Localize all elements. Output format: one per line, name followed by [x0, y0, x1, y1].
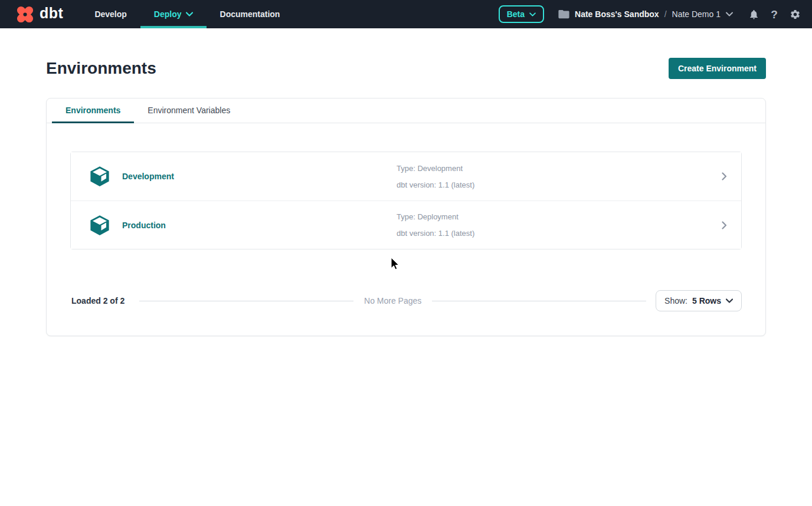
pager-divider [139, 301, 353, 301]
main-nav: Develop Deploy Documentation [81, 0, 293, 28]
environment-name: Development [122, 172, 174, 181]
environment-version: dbt version: 1.1 (latest) [397, 180, 722, 189]
chevron-down-icon [529, 12, 536, 17]
beta-label: Beta [507, 9, 525, 19]
nav-deploy[interactable]: Deploy [140, 0, 207, 28]
environment-meta: Type: Deployment dbt version: 1.1 (lates… [397, 212, 722, 238]
help-button[interactable]: ? [768, 8, 781, 21]
environment-row-production[interactable]: Production Type: Deployment dbt version:… [71, 201, 741, 249]
top-navbar: dbt Develop Deploy Documentation Beta Na… [0, 0, 812, 28]
tab-environment-variables[interactable]: Environment Variables [134, 98, 244, 123]
environment-row-left: Production [88, 213, 397, 238]
navbar-right: Beta Nate Boss's Sandbox / Nate Demo 1 ? [499, 5, 801, 23]
page-header: Environments Create Environment [46, 58, 766, 79]
loaded-count: Loaded 2 of 2 [71, 296, 125, 305]
tab-bar: Environments Environment Variables [47, 98, 765, 123]
environment-type: Type: Deployment [397, 212, 722, 221]
create-environment-button[interactable]: Create Environment [669, 58, 766, 79]
rows-per-page-dropdown[interactable]: Show: 5 Rows [656, 290, 742, 311]
pager-divider [432, 301, 646, 301]
environment-meta: Type: Development dbt version: 1.1 (late… [397, 164, 722, 189]
dbt-logo[interactable]: dbt [14, 4, 63, 25]
settings-button[interactable] [788, 8, 801, 21]
bell-icon [748, 9, 759, 20]
page-title: Environments [46, 59, 156, 78]
environment-list: Development Type: Development dbt versio… [70, 152, 742, 249]
breadcrumb-separator: / [664, 9, 667, 19]
tab-environments[interactable]: Environments [52, 98, 134, 123]
environment-row-left: Development [88, 164, 397, 189]
chevron-down-icon [186, 12, 193, 17]
folder-icon [558, 9, 569, 19]
environment-type: Type: Development [397, 164, 722, 173]
pagination-bar: Loaded 2 of 2 No More Pages Show: 5 Rows [71, 290, 742, 311]
chevron-down-icon [726, 12, 733, 17]
chevron-right-icon [722, 172, 727, 180]
account-name: Nate Boss's Sandbox [575, 9, 659, 19]
nav-develop[interactable]: Develop [81, 0, 140, 28]
nav-develop-label: Develop [94, 9, 126, 19]
chevron-right-icon [722, 221, 727, 229]
dbt-logo-icon [14, 4, 36, 25]
nav-documentation-label: Documentation [220, 9, 280, 19]
main-content: Environments Create Environment Environm… [0, 58, 812, 336]
environment-version: dbt version: 1.1 (latest) [397, 229, 722, 238]
environment-cube-icon [88, 213, 112, 238]
rows-value: 5 Rows [692, 296, 721, 305]
question-mark-icon: ? [771, 9, 778, 20]
account-project-switcher[interactable]: Nate Boss's Sandbox / Nate Demo 1 [558, 9, 733, 19]
navbar-left: dbt Develop Deploy Documentation [14, 0, 293, 28]
environment-name: Production [122, 221, 166, 230]
no-more-pages-label: No More Pages [364, 296, 421, 305]
chevron-down-icon [726, 298, 733, 303]
navbar-icons: ? [747, 8, 801, 21]
environments-card: Environments Environment Variables Devel… [46, 98, 766, 336]
environment-row-development[interactable]: Development Type: Development dbt versio… [71, 152, 741, 201]
beta-dropdown[interactable]: Beta [499, 5, 544, 23]
gear-icon [790, 9, 801, 20]
notifications-button[interactable] [747, 8, 760, 21]
nav-documentation[interactable]: Documentation [207, 0, 294, 28]
project-name: Nate Demo 1 [672, 9, 721, 19]
nav-deploy-label: Deploy [154, 9, 182, 19]
dbt-logo-text: dbt [40, 6, 63, 23]
show-label: Show: [664, 296, 687, 305]
environment-cube-icon [88, 164, 112, 189]
